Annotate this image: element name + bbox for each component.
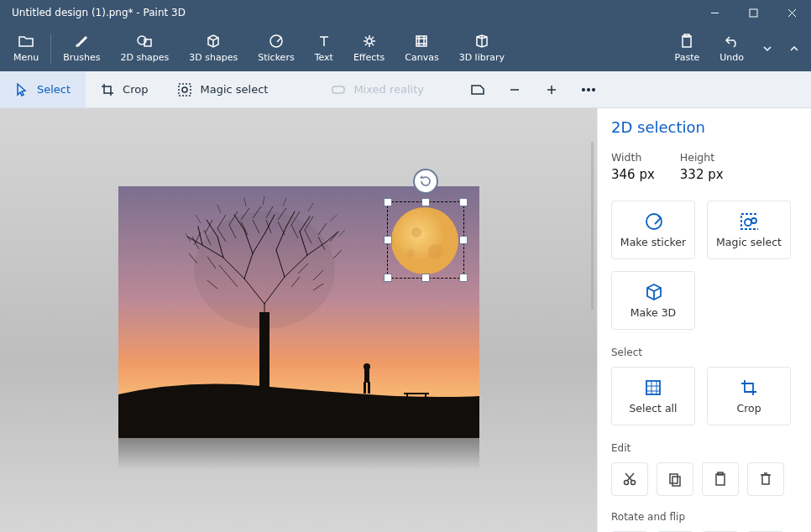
3d-shapes-label: 3D shapes xyxy=(189,52,238,63)
svg-rect-11 xyxy=(179,84,191,96)
menu-button[interactable]: Menu xyxy=(3,25,49,71)
svg-point-79 xyxy=(745,219,751,226)
paste-panel-button[interactable] xyxy=(702,462,739,496)
zoom-in-button[interactable] xyxy=(533,71,570,107)
effects-icon xyxy=(362,34,377,49)
canvas-image[interactable] xyxy=(118,186,479,438)
minimize-button[interactable] xyxy=(695,0,734,25)
3d-library-label: 3D library xyxy=(459,52,505,63)
stickers-label: Stickers xyxy=(258,52,294,63)
resize-handle-se[interactable] xyxy=(459,274,468,282)
folder-icon xyxy=(18,34,34,49)
zoom-out-button[interactable] xyxy=(496,71,533,107)
resize-handle-n[interactable] xyxy=(421,198,430,206)
panel-title: 2D selection xyxy=(611,118,798,136)
ribbon-toolbar: Menu Brushes 2D shapes 3D shapes Sticker… xyxy=(0,25,811,71)
edit-section-label: Edit xyxy=(611,442,798,454)
dimensions: Width 346 px Height 332 px xyxy=(611,151,798,182)
svg-rect-85 xyxy=(672,477,680,486)
magic-select-button[interactable]: Magic select xyxy=(707,201,791,259)
collapse-ribbon-button[interactable] xyxy=(781,25,808,71)
maximize-button[interactable] xyxy=(734,0,772,25)
stickers-button[interactable]: Stickers xyxy=(248,25,304,71)
titlebar: Untitled design (1).png* - Paint 3D xyxy=(0,0,811,25)
make-sticker-button[interactable]: Make sticker xyxy=(611,201,695,259)
3d-view-button[interactable] xyxy=(459,71,496,107)
select-tool[interactable]: Select xyxy=(0,71,86,107)
resize-handle-sw[interactable] xyxy=(384,274,392,282)
window-title: Untitled design (1).png* - Paint 3D xyxy=(12,7,695,18)
mixed-reality-label: Mixed reality xyxy=(353,83,424,96)
cube-icon xyxy=(644,283,662,301)
resize-handle-ne[interactable] xyxy=(459,198,468,206)
width-label: Width xyxy=(611,151,655,164)
brushes-button[interactable]: Brushes xyxy=(53,25,110,71)
select-all-button[interactable]: Select all xyxy=(611,367,695,425)
canvas-button[interactable]: Canvas xyxy=(395,25,448,71)
undo-label: Undo xyxy=(719,52,744,63)
canvas-area[interactable] xyxy=(0,108,597,532)
svg-rect-31 xyxy=(425,394,426,399)
make-3d-button[interactable]: Make 3D xyxy=(611,271,695,330)
svg-rect-86 xyxy=(716,474,725,485)
svg-rect-8 xyxy=(416,36,426,46)
crop-icon xyxy=(101,83,114,96)
resize-handle-nw[interactable] xyxy=(384,198,392,206)
close-button[interactable] xyxy=(772,0,811,25)
paste-button[interactable]: Paste xyxy=(665,25,710,71)
2d-shapes-icon xyxy=(137,34,152,49)
cursor-icon xyxy=(15,83,29,96)
selection-box[interactable] xyxy=(387,201,464,279)
svg-point-25 xyxy=(364,363,370,370)
svg-rect-30 xyxy=(406,394,408,399)
brushes-label: Brushes xyxy=(63,52,100,63)
brush-icon xyxy=(74,34,89,49)
panel-crop-label: Crop xyxy=(736,402,761,415)
side-panel: 2D selection Width 346 px Height 332 px … xyxy=(597,108,811,532)
text-icon xyxy=(317,34,332,49)
magic-select-tool[interactable]: Magic select xyxy=(163,71,283,107)
text-label: Text xyxy=(315,52,333,63)
resize-handle-w[interactable] xyxy=(384,236,392,244)
more-button[interactable] xyxy=(570,71,607,107)
undo-button[interactable]: Undo xyxy=(709,25,754,71)
canvas-shadow xyxy=(118,438,479,470)
more-history-button[interactable] xyxy=(754,25,781,71)
sticker-icon xyxy=(644,212,662,231)
scrollbar[interactable] xyxy=(591,142,594,310)
magic-select-icon xyxy=(740,212,758,231)
svg-rect-1 xyxy=(750,9,757,17)
crop-tool[interactable]: Crop xyxy=(86,71,163,107)
3d-shapes-button[interactable]: 3D shapes xyxy=(179,25,248,71)
svg-rect-28 xyxy=(368,382,370,394)
height-label: Height xyxy=(680,151,724,164)
svg-point-19 xyxy=(593,88,595,91)
delete-button[interactable] xyxy=(747,462,784,496)
crop-icon xyxy=(740,378,758,397)
resize-handle-e[interactable] xyxy=(459,236,468,244)
cut-button[interactable] xyxy=(611,462,648,496)
select-all-label: Select all xyxy=(629,402,677,415)
effects-label: Effects xyxy=(353,52,385,63)
magic-select-label: Magic select xyxy=(200,83,268,96)
rotate-handle[interactable] xyxy=(413,169,438,194)
copy-button[interactable] xyxy=(657,462,693,496)
width-value: 346 px xyxy=(611,167,655,182)
cube-icon xyxy=(206,34,221,49)
svg-point-12 xyxy=(182,87,187,92)
svg-point-17 xyxy=(583,88,585,91)
panel-crop-button[interactable]: Crop xyxy=(707,367,791,425)
svg-rect-27 xyxy=(364,382,366,394)
3d-library-button[interactable]: 3D library xyxy=(449,25,515,71)
sticker-icon xyxy=(269,34,284,49)
select-all-icon xyxy=(644,378,662,397)
2d-shapes-button[interactable]: 2D shapes xyxy=(110,25,179,71)
select-label: Select xyxy=(37,83,71,96)
svg-point-18 xyxy=(588,88,590,91)
svg-rect-84 xyxy=(670,474,678,483)
text-button[interactable]: Text xyxy=(305,25,343,71)
svg-rect-26 xyxy=(364,369,369,383)
resize-handle-s[interactable] xyxy=(421,274,430,282)
svg-rect-88 xyxy=(762,475,769,484)
effects-button[interactable]: Effects xyxy=(343,25,395,71)
